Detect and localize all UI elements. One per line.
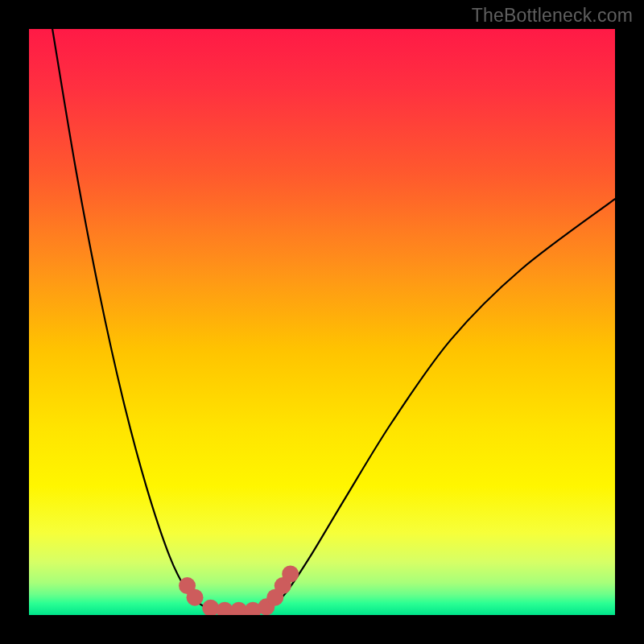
curve-right-arm xyxy=(263,199,615,609)
highlight-dot xyxy=(202,600,219,615)
chart-frame: TheBottleneck.com xyxy=(0,0,644,644)
curve-left-arm xyxy=(52,29,222,609)
curves-layer xyxy=(29,29,615,615)
highlight-dots xyxy=(179,566,299,615)
watermark-text: TheBottleneck.com xyxy=(472,5,633,27)
highlight-dot xyxy=(187,589,204,606)
highlight-dot xyxy=(282,566,299,583)
plot-area xyxy=(29,29,615,615)
